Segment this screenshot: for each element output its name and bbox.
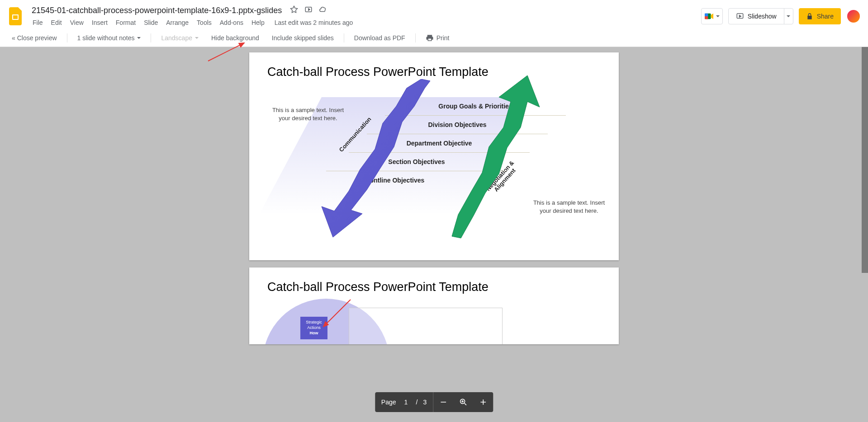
menu-addons[interactable]: Add-ons (216, 17, 247, 28)
slideshow-button[interactable]: Slideshow (728, 8, 793, 24)
print-button[interactable]: Print (421, 32, 454, 44)
menu-format[interactable]: Format (112, 17, 139, 28)
user-avatar[interactable] (846, 9, 861, 23)
slides-logo[interactable] (7, 7, 25, 25)
svg-rect-5 (705, 16, 708, 19)
menu-tools[interactable]: Tools (193, 17, 215, 28)
meet-button[interactable] (701, 8, 723, 24)
slide-notes-label: 1 slide without notes (77, 34, 135, 42)
play-icon (736, 12, 744, 20)
svg-rect-1 (13, 15, 18, 19)
menu-insert[interactable]: Insert (88, 17, 111, 28)
lock-icon (806, 13, 813, 20)
menu-file[interactable]: File (29, 17, 47, 28)
share-label: Share (817, 13, 834, 20)
print-icon (426, 34, 434, 42)
share-button[interactable]: Share (799, 8, 841, 24)
menu-help[interactable]: Help (248, 17, 268, 28)
menu-arrange[interactable]: Arrange (162, 17, 192, 28)
download-pdf[interactable]: Download as PDF (350, 33, 410, 43)
separator (151, 33, 151, 42)
slideshow-dropdown[interactable] (784, 9, 793, 24)
menu-edit[interactable]: Edit (47, 17, 66, 28)
cloud-icon[interactable] (319, 5, 327, 15)
svg-rect-4 (705, 14, 708, 16)
separator (67, 33, 67, 42)
hide-background[interactable]: Hide background (207, 33, 264, 43)
orientation-dropdown[interactable]: Landscape (157, 33, 203, 43)
close-preview[interactable]: « Close preview (7, 33, 62, 43)
last-edit-text[interactable]: Last edit was 2 minutes ago (275, 19, 353, 26)
menu-view[interactable]: View (66, 17, 87, 28)
include-skipped[interactable]: Include skipped slides (267, 33, 338, 43)
print-label: Print (436, 34, 450, 42)
chevron-down-icon (137, 37, 141, 39)
chevron-down-icon (787, 15, 790, 17)
menu-slide[interactable]: Slide (140, 17, 161, 28)
star-icon[interactable] (290, 5, 298, 15)
separator (344, 33, 344, 42)
separator (415, 33, 416, 42)
doc-title[interactable]: 21545-01-catchball-process-powerpoint-te… (29, 5, 285, 16)
move-icon[interactable] (304, 5, 313, 15)
chevron-down-icon (716, 15, 720, 17)
landscape-label: Landscape (161, 34, 192, 42)
slideshow-label: Slideshow (748, 13, 777, 20)
chevron-down-icon (195, 37, 199, 39)
slide-notes-dropdown[interactable]: 1 slide without notes (73, 33, 146, 43)
